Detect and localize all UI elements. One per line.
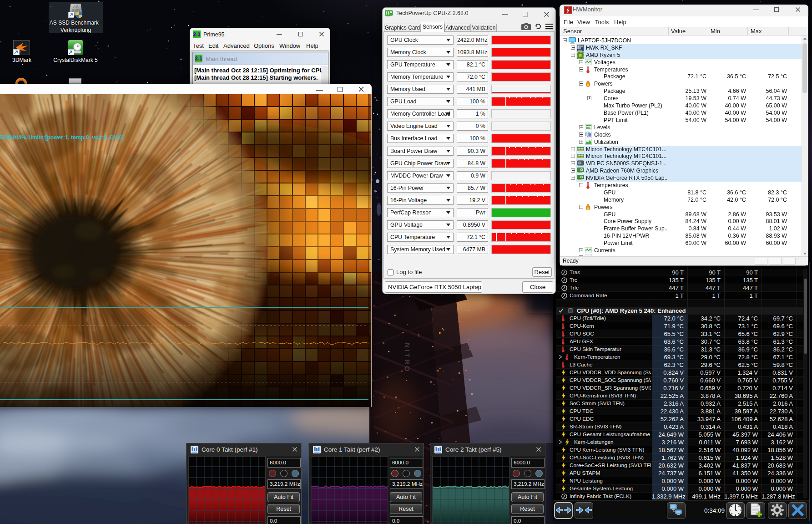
svg-text:NITRO: NITRO [403, 343, 411, 373]
